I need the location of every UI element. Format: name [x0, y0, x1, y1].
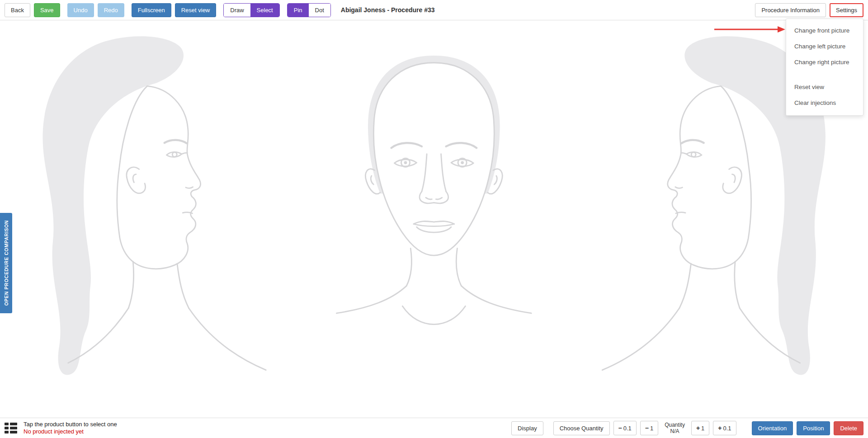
product-list-icon[interactable] [5, 423, 18, 433]
settings-button[interactable]: Settings [830, 3, 863, 17]
menu-item-reset-view[interactable]: Reset view [786, 79, 863, 95]
delete-button[interactable]: Delete [834, 421, 863, 435]
minus-icon: − [645, 424, 649, 432]
injection-canvas[interactable] [0, 20, 868, 418]
fullscreen-button[interactable]: Fullscreen [132, 3, 171, 17]
increase-1-button[interactable]: +1 [691, 421, 709, 435]
dot-toggle-button[interactable]: Dot [309, 4, 330, 17]
bottom-toolbar: Tap the product button to select one No … [0, 418, 868, 438]
menu-item-change-front-picture[interactable]: Change front picture [786, 23, 863, 38]
save-button[interactable]: Save [34, 3, 60, 17]
menu-item-change-left-picture[interactable]: Change left picture [786, 38, 863, 54]
select-toggle-button[interactable]: Select [250, 4, 279, 17]
open-procedure-comparison-tab[interactable]: OPEN PROCEDURE COMPARISON [0, 213, 12, 313]
plus-icon: + [696, 424, 700, 432]
top-toolbar: Back Save Undo Redo Fullscreen Reset vie… [0, 0, 868, 20]
draw-toggle-button[interactable]: Draw [224, 4, 250, 17]
toolbar-right-group: Procedure Information Settings [755, 3, 863, 17]
product-hint-block: Tap the product button to select one No … [24, 421, 117, 436]
display-button[interactable]: Display [511, 421, 543, 435]
procedure-information-button[interactable]: Procedure Information [755, 3, 826, 17]
increase-0-1-button[interactable]: +0.1 [713, 421, 736, 435]
reset-view-button[interactable]: Reset view [175, 3, 217, 17]
menu-spacer [786, 70, 863, 79]
decrease-1-button[interactable]: −1 [640, 421, 658, 435]
quantity-label: Quantity N/A [662, 422, 688, 435]
orientation-button[interactable]: Orientation [752, 421, 793, 435]
settings-dropdown-menu: Change front picture Change left picture… [786, 19, 863, 116]
plus-icon: + [718, 424, 722, 432]
side-tab-label: OPEN PROCEDURE COMPARISON [4, 220, 9, 306]
position-button[interactable]: Position [797, 421, 830, 435]
pin-toggle-button[interactable]: Pin [288, 4, 309, 17]
face-front[interactable] [322, 26, 546, 412]
choose-quantity-button[interactable]: Choose Quantity [553, 421, 610, 435]
redo-button[interactable]: Redo [98, 3, 124, 17]
face-left-profile[interactable] [11, 26, 275, 412]
page-title: Abigail Joness - Procedure #33 [341, 6, 435, 14]
bottom-right-group: Display Choose Quantity −0.1 −1 Quantity… [511, 421, 863, 435]
menu-item-clear-injections[interactable]: Clear injections [786, 95, 863, 111]
minus-icon: − [618, 424, 622, 432]
pin-dot-toggle: Pin Dot [287, 3, 331, 17]
decrease-0-1-button[interactable]: −0.1 [613, 421, 637, 435]
undo-button[interactable]: Undo [67, 3, 94, 17]
draw-select-toggle: Draw Select [223, 3, 279, 17]
no-product-warning-text: No product injected yet [24, 428, 117, 435]
product-hint-text: Tap the product button to select one [24, 421, 117, 428]
menu-item-change-right-picture[interactable]: Change right picture [786, 54, 863, 70]
back-button[interactable]: Back [5, 3, 30, 17]
